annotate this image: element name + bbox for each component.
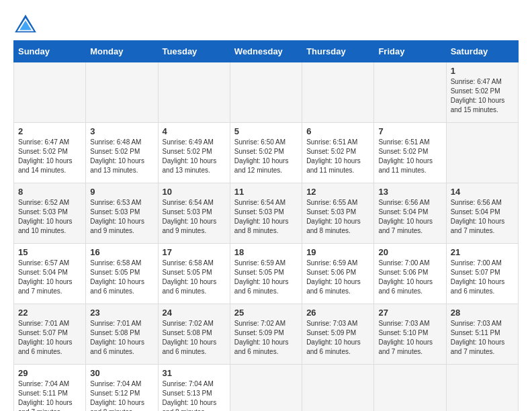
day-number: 2 — [18, 126, 81, 136]
day-info: Sunrise: 7:03 AMSunset: 5:09 PMDaylight:… — [306, 319, 369, 357]
day-number: 6 — [306, 126, 369, 136]
calendar-day-cell: 27Sunrise: 7:03 AMSunset: 5:10 PMDayligh… — [374, 304, 446, 365]
day-info: Sunrise: 7:04 AMSunset: 5:13 PMDaylight:… — [163, 379, 226, 411]
weekday-header: Friday — [374, 41, 446, 62]
day-number: 13 — [378, 187, 441, 197]
calendar-day-cell: 6Sunrise: 6:51 AMSunset: 5:02 PMDaylight… — [302, 123, 374, 183]
day-info: Sunrise: 6:56 AMSunset: 5:04 PMDaylight:… — [378, 198, 441, 236]
calendar-day-cell: 20Sunrise: 7:00 AMSunset: 5:06 PMDayligh… — [374, 244, 446, 304]
day-number: 1 — [451, 66, 514, 76]
calendar-day-cell: 7Sunrise: 6:51 AMSunset: 5:02 PMDaylight… — [374, 123, 446, 183]
calendar-day-cell — [230, 62, 302, 123]
calendar-day-cell — [230, 365, 302, 412]
day-info: Sunrise: 7:03 AMSunset: 5:11 PMDaylight:… — [451, 319, 514, 357]
day-number: 12 — [306, 187, 369, 197]
day-info: Sunrise: 6:51 AMSunset: 5:02 PMDaylight:… — [306, 138, 369, 175]
day-info: Sunrise: 6:59 AMSunset: 5:06 PMDaylight:… — [306, 259, 369, 296]
day-number: 21 — [451, 247, 514, 257]
calendar-day-cell — [86, 62, 158, 123]
day-number: 20 — [378, 247, 441, 257]
day-info: Sunrise: 6:48 AMSunset: 5:02 PMDaylight:… — [90, 138, 153, 175]
calendar-day-cell: 25Sunrise: 7:02 AMSunset: 5:09 PMDayligh… — [230, 304, 302, 365]
calendar-day-cell: 23Sunrise: 7:01 AMSunset: 5:08 PMDayligh… — [86, 304, 158, 365]
calendar-day-cell — [446, 365, 518, 412]
day-number: 8 — [18, 187, 81, 197]
day-number: 11 — [234, 187, 298, 197]
day-info: Sunrise: 7:02 AMSunset: 5:09 PMDaylight:… — [234, 319, 298, 357]
day-number: 16 — [90, 247, 153, 257]
calendar-day-cell: 9Sunrise: 6:53 AMSunset: 5:03 PMDaylight… — [86, 183, 158, 244]
day-number: 29 — [18, 368, 81, 378]
day-info: Sunrise: 7:00 AMSunset: 5:06 PMDaylight:… — [378, 259, 441, 296]
weekday-header: Wednesday — [230, 41, 302, 62]
day-info: Sunrise: 6:53 AMSunset: 5:03 PMDaylight:… — [90, 198, 153, 236]
day-info: Sunrise: 6:55 AMSunset: 5:03 PMDaylight:… — [306, 198, 369, 236]
day-info: Sunrise: 6:59 AMSunset: 5:05 PMDaylight:… — [234, 259, 298, 296]
calendar-day-cell — [302, 62, 374, 123]
calendar-day-cell: 17Sunrise: 6:58 AMSunset: 5:05 PMDayligh… — [158, 244, 230, 304]
day-info: Sunrise: 6:54 AMSunset: 5:03 PMDaylight:… — [163, 198, 226, 236]
day-number: 31 — [163, 368, 226, 378]
day-number: 9 — [90, 187, 153, 197]
calendar-day-cell — [374, 62, 446, 123]
calendar-day-cell — [302, 365, 374, 412]
calendar-day-cell: 22Sunrise: 7:01 AMSunset: 5:07 PMDayligh… — [14, 304, 86, 365]
weekday-header: Monday — [86, 41, 158, 62]
calendar-day-cell: 29Sunrise: 7:04 AMSunset: 5:11 PMDayligh… — [14, 365, 86, 412]
day-number: 23 — [90, 308, 153, 318]
calendar-week-row: 2Sunrise: 6:47 AMSunset: 5:02 PMDaylight… — [14, 123, 519, 183]
day-number: 18 — [234, 247, 298, 257]
day-number: 26 — [306, 308, 369, 318]
calendar-table: SundayMondayTuesdayWednesdayThursdayFrid… — [13, 40, 519, 411]
day-info: Sunrise: 6:54 AMSunset: 5:03 PMDaylight:… — [234, 198, 298, 236]
day-info: Sunrise: 6:58 AMSunset: 5:05 PMDaylight:… — [90, 259, 153, 296]
day-number: 15 — [18, 247, 81, 257]
day-info: Sunrise: 6:50 AMSunset: 5:02 PMDaylight:… — [234, 138, 298, 175]
calendar-day-cell: 12Sunrise: 6:55 AMSunset: 5:03 PMDayligh… — [302, 183, 374, 244]
calendar-day-cell: 31Sunrise: 7:04 AMSunset: 5:13 PMDayligh… — [158, 365, 230, 412]
calendar-day-cell: 16Sunrise: 6:58 AMSunset: 5:05 PMDayligh… — [86, 244, 158, 304]
day-number: 4 — [163, 126, 226, 136]
day-info: Sunrise: 7:02 AMSunset: 5:08 PMDaylight:… — [163, 319, 226, 357]
day-info: Sunrise: 7:01 AMSunset: 5:08 PMDaylight:… — [90, 319, 153, 357]
calendar-day-cell: 13Sunrise: 6:56 AMSunset: 5:04 PMDayligh… — [374, 183, 446, 244]
day-info: Sunrise: 7:04 AMSunset: 5:12 PMDaylight:… — [90, 379, 153, 411]
calendar-day-cell — [374, 365, 446, 412]
day-number: 22 — [18, 308, 81, 318]
day-number: 17 — [163, 247, 226, 257]
day-number: 3 — [90, 126, 153, 136]
calendar-week-row: 1Sunrise: 6:47 AMSunset: 5:02 PMDaylight… — [14, 62, 519, 123]
day-info: Sunrise: 7:03 AMSunset: 5:10 PMDaylight:… — [378, 319, 441, 357]
day-info: Sunrise: 6:51 AMSunset: 5:02 PMDaylight:… — [378, 138, 441, 175]
calendar-day-cell: 3Sunrise: 6:48 AMSunset: 5:02 PMDaylight… — [86, 123, 158, 183]
calendar-day-cell: 30Sunrise: 7:04 AMSunset: 5:12 PMDayligh… — [86, 365, 158, 412]
logo — [13, 13, 42, 34]
day-info: Sunrise: 6:49 AMSunset: 5:02 PMDaylight:… — [163, 138, 226, 175]
calendar-day-cell: 24Sunrise: 7:02 AMSunset: 5:08 PMDayligh… — [158, 304, 230, 365]
day-number: 10 — [163, 187, 226, 197]
weekday-header: Tuesday — [158, 41, 230, 62]
day-number: 7 — [378, 126, 441, 136]
day-info: Sunrise: 7:00 AMSunset: 5:07 PMDaylight:… — [451, 259, 514, 296]
header-row: SundayMondayTuesdayWednesdayThursdayFrid… — [14, 41, 519, 62]
day-info: Sunrise: 6:47 AMSunset: 5:02 PMDaylight:… — [18, 138, 81, 175]
calendar-day-cell: 2Sunrise: 6:47 AMSunset: 5:02 PMDaylight… — [14, 123, 86, 183]
weekday-header: Sunday — [14, 41, 86, 62]
day-number: 19 — [306, 247, 369, 257]
calendar-day-cell: 1Sunrise: 6:47 AMSunset: 5:02 PMDaylight… — [446, 62, 518, 123]
calendar-day-cell: 15Sunrise: 6:57 AMSunset: 5:04 PMDayligh… — [14, 244, 86, 304]
calendar-day-cell: 10Sunrise: 6:54 AMSunset: 5:03 PMDayligh… — [158, 183, 230, 244]
day-number: 24 — [163, 308, 226, 318]
calendar-day-cell: 4Sunrise: 6:49 AMSunset: 5:02 PMDaylight… — [158, 123, 230, 183]
calendar-day-cell: 5Sunrise: 6:50 AMSunset: 5:02 PMDaylight… — [230, 123, 302, 183]
calendar-day-cell: 26Sunrise: 7:03 AMSunset: 5:09 PMDayligh… — [302, 304, 374, 365]
day-info: Sunrise: 7:01 AMSunset: 5:07 PMDaylight:… — [18, 319, 81, 357]
page-header — [13, 13, 519, 34]
weekday-header: Thursday — [302, 41, 374, 62]
calendar-day-cell: 18Sunrise: 6:59 AMSunset: 5:05 PMDayligh… — [230, 244, 302, 304]
calendar-day-cell: 11Sunrise: 6:54 AMSunset: 5:03 PMDayligh… — [230, 183, 302, 244]
calendar-week-row: 15Sunrise: 6:57 AMSunset: 5:04 PMDayligh… — [14, 244, 519, 304]
day-info: Sunrise: 6:56 AMSunset: 5:04 PMDaylight:… — [451, 198, 514, 236]
calendar-day-cell: 14Sunrise: 6:56 AMSunset: 5:04 PMDayligh… — [446, 183, 518, 244]
day-number: 30 — [90, 368, 153, 378]
